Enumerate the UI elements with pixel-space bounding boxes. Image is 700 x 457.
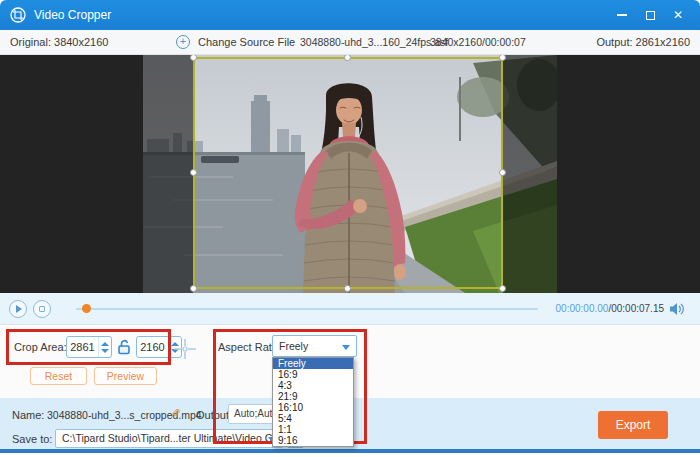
video-cropper-window: Video Cropper ✕ Original: 3840x2160 + Ch… xyxy=(0,0,700,457)
aspect-ratio-select[interactable]: Freely xyxy=(272,335,357,357)
preview-button[interactable]: Preview xyxy=(94,367,157,385)
output-format-label: Output: xyxy=(196,409,232,421)
crop-handle-bottom-left[interactable] xyxy=(190,285,197,292)
aspect-option-9-16[interactable]: 9:16 xyxy=(273,435,353,446)
original-resolution-label: Original: 3840x2160 xyxy=(10,36,108,48)
video-stage xyxy=(0,55,700,293)
timeline-slider[interactable] xyxy=(76,308,538,310)
close-icon: ✕ xyxy=(673,8,683,22)
reset-button[interactable]: Reset xyxy=(30,367,87,385)
crop-width-input[interactable]: 2861 xyxy=(66,336,112,358)
volume-icon[interactable] xyxy=(669,302,685,316)
aspect-ratio-selected-value: Freely xyxy=(279,340,308,352)
aspect-option-16-9[interactable]: 16:9 xyxy=(273,369,353,380)
crop-width-value: 2861 xyxy=(67,337,98,357)
crop-handle-top-center[interactable] xyxy=(344,55,351,61)
rename-pencil-icon[interactable]: ✎ xyxy=(170,406,181,421)
window-bottom-border xyxy=(0,449,700,453)
crop-handle-mid-left[interactable] xyxy=(190,169,197,176)
output-resolution-label: Output: 2861x2160 xyxy=(596,36,690,48)
file-resolution-duration: 3840x2160/00:00:07 xyxy=(430,36,526,48)
maximize-icon xyxy=(646,11,655,20)
aspect-option-4-3[interactable]: 4:3 xyxy=(273,380,353,391)
stop-icon xyxy=(39,306,45,312)
crop-dim-overlay-left xyxy=(143,55,193,293)
timeline-thumb[interactable] xyxy=(82,304,91,313)
player-bar: 00:00:00.00/00:00:07.15 xyxy=(0,293,700,325)
save-path-field[interactable]: C:\Tipard Studio\Tipard...ter Ultimate\V… xyxy=(55,429,283,448)
aspect-option-freely[interactable]: Freely xyxy=(273,358,353,369)
crop-handle-mid-right[interactable] xyxy=(499,169,506,176)
crop-selection-box[interactable] xyxy=(193,57,503,289)
crop-width-increment[interactable] xyxy=(101,342,109,346)
crop-handle-top-left[interactable] xyxy=(190,55,197,61)
play-button[interactable] xyxy=(9,300,27,318)
app-crop-icon xyxy=(10,7,26,23)
aspect-ratio-list: Freely16:94:321:916:105:41:19:16 xyxy=(272,357,354,447)
export-button[interactable]: Export xyxy=(598,411,668,439)
playback-time: 00:00:00.00/00:00:07.15 xyxy=(556,303,664,314)
stop-button[interactable] xyxy=(33,300,51,318)
controls-panel: Crop Area: 2861 2160 Aspect R xyxy=(0,325,700,398)
maximize-button[interactable] xyxy=(638,6,662,24)
current-time: 00:00:00.00 xyxy=(556,303,609,314)
play-icon xyxy=(16,305,22,313)
crop-area-label: Crop Area: xyxy=(14,341,67,353)
crop-handle-bottom-right[interactable] xyxy=(499,285,506,292)
change-source-file-button[interactable]: Change Source File xyxy=(198,36,295,48)
info-bar: Original: 3840x2160 + Change Source File… xyxy=(0,30,700,55)
crop-handle-bottom-center[interactable] xyxy=(344,285,351,292)
minimize-button[interactable] xyxy=(610,6,634,24)
plus-circle-icon: + xyxy=(176,35,190,49)
aspect-option-5-4[interactable]: 5:4 xyxy=(273,413,353,424)
aspect-option-21-9[interactable]: 21:9 xyxy=(273,391,353,402)
titlebar: Video Cropper ✕ xyxy=(0,0,700,30)
aspect-option-16-10[interactable]: 16:10 xyxy=(273,402,353,413)
unlock-aspect-icon[interactable] xyxy=(117,339,131,355)
crosshair-move-icon[interactable] xyxy=(172,337,198,361)
total-duration: 00:00:07.15 xyxy=(611,303,664,314)
window-title: Video Cropper xyxy=(34,8,111,22)
crop-height-value: 2160 xyxy=(137,337,168,357)
crop-dim-overlay-right xyxy=(503,55,557,293)
save-to-label: Save to: xyxy=(12,433,52,445)
name-label: Name: xyxy=(12,409,44,421)
aspect-option-1-1[interactable]: 1:1 xyxy=(273,424,353,435)
minimize-icon xyxy=(617,14,627,16)
loaded-file-name: 3048880-uhd_3...160_24fps.asf xyxy=(300,36,448,48)
close-button[interactable]: ✕ xyxy=(666,6,690,24)
crop-width-decrement[interactable] xyxy=(101,349,109,353)
crop-width-spinner xyxy=(98,337,111,357)
chevron-down-icon xyxy=(342,345,350,350)
